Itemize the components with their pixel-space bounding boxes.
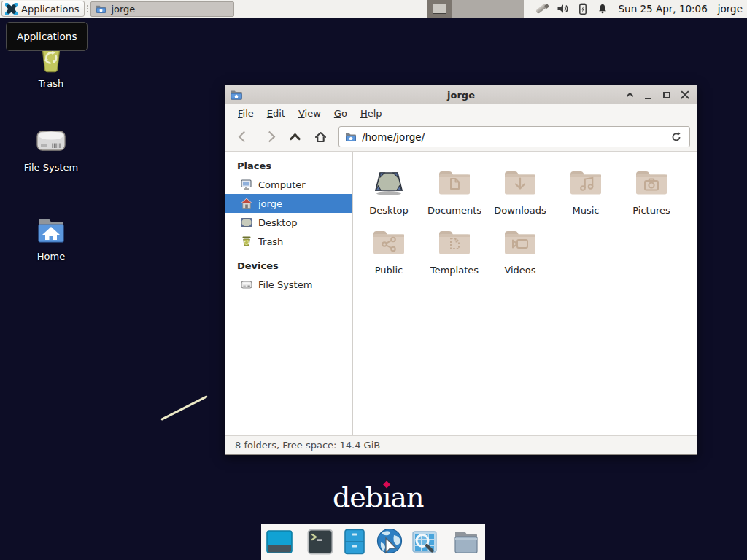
home-icon xyxy=(314,131,328,144)
path-input[interactable] xyxy=(362,131,664,143)
forward-button[interactable] xyxy=(258,126,282,148)
statusbar: 8 folders, Free space: 14.4 GiB xyxy=(225,435,697,454)
workspace-1[interactable] xyxy=(427,0,452,18)
sidebar-item-label: Trash xyxy=(258,236,283,247)
folder-public-icon xyxy=(371,225,406,257)
file-item-desktop[interactable]: Desktop xyxy=(356,166,422,216)
sidebar-item-jorge[interactable]: jorge xyxy=(225,194,352,213)
status-text: 8 folders, Free space: 14.4 GiB xyxy=(235,440,380,451)
debian-logo: debıan xyxy=(333,481,423,513)
sidebar-header-devices: Devices xyxy=(225,258,352,275)
sidebar-item-trash[interactable]: Trash xyxy=(225,232,352,251)
folder-icon xyxy=(345,132,357,142)
app-finder-icon xyxy=(410,527,439,556)
stylus-icon[interactable] xyxy=(535,2,549,15)
menu-view[interactable]: View xyxy=(292,106,328,121)
file-pane: Desktop Documents xyxy=(353,152,697,435)
sidebar-item-label: Computer xyxy=(258,179,306,190)
folder-downloads-icon xyxy=(503,166,538,198)
desktop-icon-label: Home xyxy=(15,251,88,262)
top-panel: Applications jorge xyxy=(0,0,747,18)
file-item-label: Pictures xyxy=(619,205,684,216)
up-button[interactable] xyxy=(283,126,307,148)
folder-templates-icon xyxy=(437,225,472,257)
dock-web-browser[interactable] xyxy=(374,526,405,557)
applications-menu-label: Applications xyxy=(21,4,79,15)
shade-button[interactable] xyxy=(622,88,638,102)
dock-file-cabinet[interactable] xyxy=(340,526,369,557)
panel-handle[interactable] xyxy=(85,2,90,15)
sidebar-item-label: File System xyxy=(258,279,312,290)
user-home-icon xyxy=(241,198,252,209)
desktop-icon-label: Trash xyxy=(15,78,88,89)
folder-pictures-icon xyxy=(634,166,669,198)
file-item-downloads[interactable]: Downloads xyxy=(487,166,553,216)
file-item-videos[interactable]: Videos xyxy=(487,225,553,276)
minimize-button[interactable] xyxy=(640,88,656,102)
file-item-label: Desktop xyxy=(356,205,422,216)
desktop-icon xyxy=(241,217,252,228)
dock-file-manager[interactable] xyxy=(451,526,481,557)
workspace-3[interactable] xyxy=(476,0,500,18)
trash-icon xyxy=(241,236,252,247)
sidebar-item-label: Desktop xyxy=(258,217,298,228)
harddrive-icon xyxy=(241,279,252,290)
sidebar: Places Computer xyxy=(225,152,353,435)
dock-terminal[interactable] xyxy=(306,526,335,557)
workspace-2[interactable] xyxy=(452,0,476,18)
toolbar xyxy=(225,122,697,152)
desktop-icon-file-system[interactable]: File System xyxy=(15,126,88,173)
dock-show-desktop[interactable] xyxy=(265,526,294,557)
menu-go[interactable]: Go xyxy=(328,106,354,121)
location-bar xyxy=(338,126,690,147)
computer-icon xyxy=(241,179,252,190)
desktop-icon-home[interactable]: Home xyxy=(15,215,88,262)
file-item-templates[interactable]: Templates xyxy=(422,225,487,276)
applications-tooltip: Applications xyxy=(6,22,88,51)
menu-edit[interactable]: Edit xyxy=(260,106,292,121)
titlebar[interactable]: jorge xyxy=(225,85,697,104)
dock-panel xyxy=(261,524,485,560)
home-button[interactable] xyxy=(309,126,333,148)
maximize-button[interactable] xyxy=(659,88,674,102)
web-browser-icon xyxy=(374,526,405,557)
folder-music-icon xyxy=(568,166,603,198)
panel-user-label: jorge xyxy=(718,3,743,15)
system-tray xyxy=(535,2,608,15)
volume-icon[interactable] xyxy=(557,3,569,15)
workspace-4[interactable] xyxy=(500,0,524,18)
desktop-icon-label: File System xyxy=(15,162,88,173)
dock-app-finder[interactable] xyxy=(410,526,439,557)
harddrive-icon xyxy=(34,126,69,158)
file-item-label: Music xyxy=(553,205,619,216)
file-item-pictures[interactable]: Pictures xyxy=(619,166,684,216)
file-item-label: Public xyxy=(356,265,422,276)
sidebar-item-file-system[interactable]: File System xyxy=(225,275,352,294)
desktop-display-icon xyxy=(265,527,294,556)
sidebar-item-label: jorge xyxy=(258,198,282,209)
notifications-bell-icon[interactable] xyxy=(597,3,608,15)
back-button[interactable] xyxy=(232,126,256,148)
file-item-documents[interactable]: Documents xyxy=(422,166,487,216)
menu-file[interactable]: File xyxy=(231,106,260,121)
file-item-music[interactable]: Music xyxy=(553,166,619,216)
reload-button[interactable] xyxy=(669,130,684,144)
desktop: Applications jorge xyxy=(0,0,747,560)
desktop-pad-icon xyxy=(371,166,406,198)
sidebar-item-computer[interactable]: Computer xyxy=(225,175,352,194)
workspace-pager xyxy=(427,0,524,18)
sidebar-item-desktop[interactable]: Desktop xyxy=(225,213,352,232)
taskbar-window-button[interactable]: jorge xyxy=(90,1,234,17)
battery-charging-icon[interactable] xyxy=(577,3,589,15)
xfce-pinwheel-icon xyxy=(5,3,18,15)
close-button[interactable] xyxy=(677,88,692,102)
cursor-artifact-line xyxy=(160,395,208,421)
file-item-public[interactable]: Public xyxy=(356,225,422,276)
folder-icon xyxy=(96,4,107,14)
file-item-label: Downloads xyxy=(487,205,553,216)
menu-help[interactable]: Help xyxy=(354,106,389,121)
terminal-icon xyxy=(306,527,335,556)
clock[interactable]: Sun 25 Apr, 10:06 xyxy=(619,3,708,15)
applications-menu-button[interactable]: Applications xyxy=(1,1,85,17)
home-folder-icon xyxy=(34,215,69,247)
